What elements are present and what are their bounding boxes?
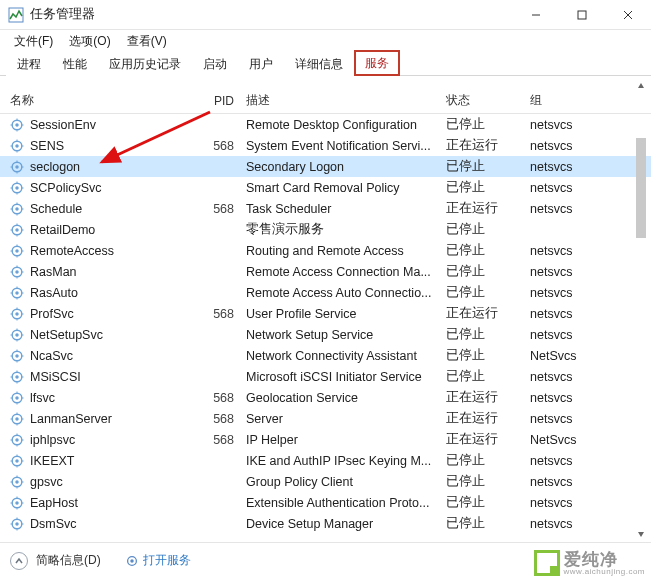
minimize-button[interactable] bbox=[513, 0, 559, 30]
service-desc: Geolocation Service bbox=[240, 391, 440, 405]
service-name: SCPolicySvc bbox=[30, 181, 196, 195]
service-item-icon bbox=[10, 139, 24, 153]
service-item-icon bbox=[10, 181, 24, 195]
tab-processes[interactable]: 进程 bbox=[6, 51, 52, 76]
menu-view[interactable]: 查看(V) bbox=[119, 31, 175, 52]
service-row[interactable]: DsmSvcDevice Setup Manager已停止netsvcs bbox=[0, 513, 651, 534]
column-header-group[interactable]: 组 bbox=[524, 92, 608, 109]
fewer-details-link[interactable]: 简略信息(D) bbox=[36, 552, 101, 569]
tab-services[interactable]: 服务 bbox=[354, 50, 400, 76]
service-item-icon bbox=[10, 244, 24, 258]
service-pid: 568 bbox=[196, 433, 240, 447]
service-status: 已停止 bbox=[440, 179, 524, 196]
service-group: netsvcs bbox=[524, 139, 608, 153]
service-item-icon bbox=[10, 454, 24, 468]
service-name: EapHost bbox=[30, 496, 196, 510]
service-row[interactable]: SessionEnvRemote Desktop Configuration已停… bbox=[0, 114, 651, 135]
service-desc: Microsoft iSCSI Initiator Service bbox=[240, 370, 440, 384]
open-services-link[interactable]: 打开服务 bbox=[143, 552, 191, 569]
scroll-up-arrow[interactable] bbox=[633, 78, 649, 94]
service-group: netsvcs bbox=[524, 265, 608, 279]
service-group: netsvcs bbox=[524, 160, 608, 174]
menubar: 文件(F) 选项(O) 查看(V) bbox=[0, 30, 651, 52]
column-header-description[interactable]: 描述 bbox=[240, 92, 440, 109]
service-item-icon bbox=[10, 370, 24, 384]
tab-app-history[interactable]: 应用历史记录 bbox=[98, 51, 192, 76]
service-row[interactable]: lfsvc568Geolocation Service正在运行netsvcs bbox=[0, 387, 651, 408]
column-header-pid[interactable]: PID bbox=[196, 94, 240, 108]
service-desc: Remote Access Connection Ma... bbox=[240, 265, 440, 279]
service-desc: Device Setup Manager bbox=[240, 517, 440, 531]
service-name: NetSetupSvc bbox=[30, 328, 196, 342]
watermark-domain: www.aichunjing.com bbox=[564, 568, 645, 576]
tab-performance[interactable]: 性能 bbox=[52, 51, 98, 76]
column-header-status[interactable]: 状态 bbox=[440, 92, 524, 109]
service-row[interactable]: MSiSCSIMicrosoft iSCSI Initiator Service… bbox=[0, 366, 651, 387]
service-item-icon bbox=[10, 160, 24, 174]
service-row[interactable]: seclogonSecondary Logon已停止netsvcs bbox=[0, 156, 651, 177]
service-row[interactable]: Schedule568Task Scheduler正在运行netsvcs bbox=[0, 198, 651, 219]
service-desc: Task Scheduler bbox=[240, 202, 440, 216]
chevron-up-circle-icon[interactable] bbox=[10, 552, 28, 570]
svg-point-24 bbox=[15, 186, 19, 190]
service-group: netsvcs bbox=[524, 328, 608, 342]
menu-file[interactable]: 文件(F) bbox=[6, 31, 61, 52]
close-button[interactable] bbox=[605, 0, 651, 30]
column-header-name[interactable]: 名称 bbox=[10, 92, 196, 109]
service-row[interactable]: SCPolicySvcSmart Card Removal Policy已停止n… bbox=[0, 177, 651, 198]
service-desc: User Profile Service bbox=[240, 307, 440, 321]
titlebar: 任务管理器 bbox=[0, 0, 651, 30]
scroll-down-arrow[interactable] bbox=[633, 526, 649, 542]
service-row[interactable]: IKEEXTIKE and AuthIP IPsec Keying M...已停… bbox=[0, 450, 651, 471]
svg-point-96 bbox=[15, 438, 19, 442]
watermark-logo-icon bbox=[534, 550, 560, 576]
svg-point-18 bbox=[15, 165, 19, 169]
service-row[interactable]: NetSetupSvcNetwork Setup Service已停止netsv… bbox=[0, 324, 651, 345]
service-status: 已停止 bbox=[440, 452, 524, 469]
service-group: netsvcs bbox=[524, 286, 608, 300]
svg-point-12 bbox=[15, 144, 19, 148]
column-headers: 名称 PID 描述 状态 组 bbox=[0, 88, 651, 114]
tabs: 进程 性能 应用历史记录 启动 用户 详细信息 服务 bbox=[0, 52, 651, 76]
scrollbar[interactable] bbox=[633, 78, 649, 542]
service-desc: 零售演示服务 bbox=[240, 221, 440, 238]
service-name: ProfSvc bbox=[30, 307, 196, 321]
service-row[interactable]: NcaSvcNetwork Connectivity Assistant已停止N… bbox=[0, 345, 651, 366]
service-row[interactable]: LanmanServer568Server正在运行netsvcs bbox=[0, 408, 651, 429]
service-row[interactable]: ProfSvc568User Profile Service正在运行netsvc… bbox=[0, 303, 651, 324]
service-group: netsvcs bbox=[524, 118, 608, 132]
maximize-button[interactable] bbox=[559, 0, 605, 30]
scroll-track[interactable] bbox=[633, 94, 649, 526]
svg-point-30 bbox=[15, 207, 19, 211]
service-row[interactable]: gpsvcGroup Policy Client已停止netsvcs bbox=[0, 471, 651, 492]
service-row[interactable]: RemoteAccessRouting and Remote Access已停止… bbox=[0, 240, 651, 261]
service-name: NcaSvc bbox=[30, 349, 196, 363]
svg-marker-126 bbox=[638, 532, 644, 537]
service-group: netsvcs bbox=[524, 391, 608, 405]
service-row[interactable]: RasAutoRemote Access Auto Connectio...已停… bbox=[0, 282, 651, 303]
service-row[interactable]: SENS568System Event Notification Servi..… bbox=[0, 135, 651, 156]
scroll-thumb[interactable] bbox=[636, 138, 646, 238]
services-icon bbox=[125, 554, 139, 568]
service-desc: IP Helper bbox=[240, 433, 440, 447]
service-item-icon bbox=[10, 286, 24, 300]
tab-startup[interactable]: 启动 bbox=[192, 51, 238, 76]
service-status: 已停止 bbox=[440, 494, 524, 511]
svg-point-114 bbox=[15, 501, 19, 505]
tab-users[interactable]: 用户 bbox=[238, 51, 284, 76]
service-name: gpsvc bbox=[30, 475, 196, 489]
menu-options[interactable]: 选项(O) bbox=[61, 31, 118, 52]
service-status: 正在运行 bbox=[440, 410, 524, 427]
service-row[interactable]: RetailDemo零售演示服务已停止 bbox=[0, 219, 651, 240]
service-item-icon bbox=[10, 265, 24, 279]
svg-point-108 bbox=[15, 480, 19, 484]
service-item-icon bbox=[10, 517, 24, 531]
service-name: IKEEXT bbox=[30, 454, 196, 468]
service-row[interactable]: EapHostExtensible Authentication Proto..… bbox=[0, 492, 651, 513]
service-item-icon bbox=[10, 223, 24, 237]
tab-details[interactable]: 详细信息 bbox=[284, 51, 354, 76]
service-row[interactable]: iphlpsvc568IP Helper正在运行NetSvcs bbox=[0, 429, 651, 450]
service-item-icon bbox=[10, 391, 24, 405]
service-status: 正在运行 bbox=[440, 305, 524, 322]
service-row[interactable]: RasManRemote Access Connection Ma...已停止n… bbox=[0, 261, 651, 282]
